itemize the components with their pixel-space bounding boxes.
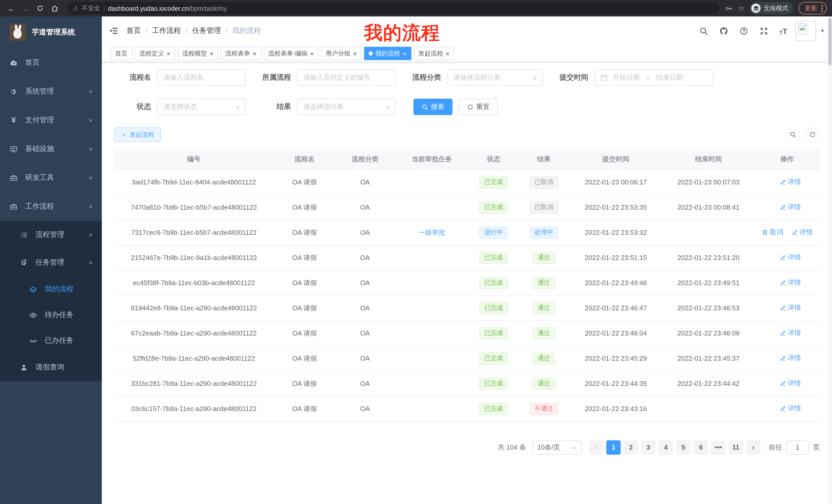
page-number-button[interactable]: 11 <box>729 440 743 454</box>
bookmark-star-icon[interactable]: ☆ <box>738 4 745 12</box>
create-process-button[interactable]: ＋ 发起流程 <box>114 128 161 142</box>
fullscreen-icon[interactable] <box>759 26 769 35</box>
cell-category: OA <box>336 346 395 371</box>
tags-view-tab[interactable]: 用户分组 × <box>321 47 362 60</box>
sidebar-item-leave-query[interactable]: 请假查询 <box>0 354 102 381</box>
search-icon[interactable] <box>699 26 709 35</box>
close-icon[interactable]: × <box>310 50 314 57</box>
sidebar-item-process-mgmt[interactable]: 流程管理 ∨ <box>0 221 102 249</box>
category-select[interactable]: 请选择流程分类∨ <box>447 69 543 86</box>
back-icon[interactable]: ← <box>5 2 18 15</box>
cell-end-time: 2022-01-22 23:46:53 <box>662 296 755 320</box>
scrollbar-thumb[interactable] <box>828 18 831 65</box>
detail-link[interactable]: 详情 <box>780 278 801 287</box>
font-size-icon[interactable]: TT <box>780 26 787 35</box>
page-number-button[interactable]: 3 <box>641 440 656 454</box>
page-content: 流程名 请输入流程名 所属流程 请输入流程定义的编号 流程分类 请选择流程分类∨… <box>102 62 832 504</box>
sidebar-item-payment[interactable]: ¥ 支付管理 ∨ <box>0 106 102 135</box>
breadcrumb-home[interactable]: 首页 <box>127 26 141 35</box>
date-end-placeholder[interactable]: 结束日期 <box>656 73 683 82</box>
breadcrumb-workflow[interactable]: 工作流程 <box>152 26 181 35</box>
detail-link[interactable]: 详情 <box>780 379 801 388</box>
chrome-update-button[interactable]: 更新 <box>799 2 827 15</box>
close-icon[interactable]: × <box>253 50 256 57</box>
parent-process-input[interactable]: 请输入流程定义的编号 <box>297 69 396 86</box>
close-icon[interactable]: × <box>402 50 407 57</box>
table-row: 7317cec6-7b9b-11ec-b5b7-acde48001122 OA … <box>114 220 820 245</box>
browser-menu-icon[interactable] <box>821 5 823 11</box>
tags-view-tab[interactable]: 流程表单-编辑 × <box>264 47 318 60</box>
sidebar-item-infra[interactable]: 基础设施 ∨ <box>0 135 102 163</box>
gear-icon <box>9 88 18 95</box>
table-search-toggle-button[interactable] <box>786 128 800 142</box>
reset-button[interactable]: 重置 <box>459 99 498 115</box>
tags-view-tab[interactable]: 首页 × <box>110 47 132 60</box>
detail-link[interactable]: 详情 <box>780 404 801 413</box>
avatar[interactable] <box>796 21 816 41</box>
page-number-button[interactable]: 1 <box>606 440 621 454</box>
tags-view-tab[interactable]: 流程定义 × <box>135 47 175 60</box>
page-scrollbar[interactable] <box>828 17 832 504</box>
result-select[interactable]: 请选择流结果∨ <box>297 99 396 115</box>
tags-view-tab[interactable]: 发起流程 × <box>414 47 454 60</box>
home-icon[interactable] <box>48 2 61 15</box>
github-icon[interactable] <box>719 26 729 35</box>
detail-link[interactable]: 详情 <box>780 253 801 262</box>
page-url[interactable]: dashboard.yudao.iocoder.cn/bpm/task/my <box>108 4 227 13</box>
sidebar-item-system[interactable]: 系统管理 ∨ <box>0 77 102 106</box>
sidebar-item-done-tasks[interactable]: 已办任务 <box>0 328 102 354</box>
status-badge: 已完成 <box>479 352 508 365</box>
detail-link[interactable]: 详情 <box>780 303 801 313</box>
close-icon[interactable]: × <box>166 50 171 57</box>
forward-icon[interactable]: → <box>20 2 32 15</box>
page-number-button[interactable]: 4 <box>659 440 673 454</box>
tags-view-tab[interactable]: 我的流程 × <box>364 47 411 60</box>
table-tools <box>786 128 820 142</box>
address-bar[interactable]: ⚠ 不安全 dashboard.yudao.iocoder.cn/bpm/tas… <box>67 2 719 15</box>
col-end-time: 结束时间 <box>662 149 755 170</box>
close-icon[interactable]: × <box>353 50 357 57</box>
avatar-caret-icon[interactable]: ▼ <box>820 28 825 33</box>
cell-actions: 详情 <box>755 396 820 421</box>
cancel-link[interactable]: 取消 <box>761 228 783 237</box>
sidebar-item-todo-tasks[interactable]: 待办任务 <box>0 302 102 328</box>
sidebar-item-my-process[interactable]: 我的流程 <box>0 276 102 302</box>
security-label[interactable]: 不安全 <box>82 4 100 12</box>
close-icon[interactable]: × <box>446 50 449 57</box>
help-icon[interactable] <box>739 26 749 35</box>
col-category: 流程分类 <box>336 149 395 170</box>
page-number-button[interactable]: 5 <box>676 440 691 454</box>
goto-page-input[interactable]: 1 <box>786 440 809 454</box>
tags-view-tab[interactable]: 流程模型 × <box>178 47 218 60</box>
security-warning-icon[interactable]: ⚠ <box>73 5 78 11</box>
status-select[interactable]: 请选择状态∨ <box>157 99 246 115</box>
prev-page-button[interactable]: ‹ <box>589 440 603 454</box>
sidebar-item-workflow[interactable]: 工作流程 ∧ <box>0 192 102 221</box>
sidebar-item-task-mgmt[interactable]: 任务管理 ∧ <box>0 249 102 276</box>
sidebar-collapse-icon[interactable] <box>106 23 121 38</box>
sidebar-item-home[interactable]: 首页 <box>0 48 102 77</box>
detail-link[interactable]: 详情 <box>780 203 801 212</box>
reload-icon[interactable] <box>34 2 46 15</box>
breadcrumb-task-mgmt[interactable]: 任务管理 <box>192 26 221 35</box>
app-logo-row[interactable]: 芋道管理系统 <box>0 17 102 48</box>
tags-view-tab[interactable]: 流程表单 × <box>220 47 261 60</box>
detail-link[interactable]: 详情 <box>780 354 801 363</box>
process-name-input[interactable]: 请输入流程名 <box>157 69 246 86</box>
next-page-button[interactable]: › <box>746 440 760 454</box>
page-number-button[interactable]: 2 <box>624 440 638 454</box>
close-icon[interactable]: × <box>210 50 213 57</box>
password-key-icon[interactable] <box>725 4 733 12</box>
table-refresh-button[interactable] <box>805 128 820 142</box>
page-number-button[interactable]: 6 <box>694 440 708 454</box>
search-button[interactable]: 搜索 <box>413 99 452 115</box>
date-start-placeholder[interactable]: 开始日期 <box>613 73 640 82</box>
detail-link[interactable]: 详情 <box>780 329 801 338</box>
sidebar-item-devtools[interactable]: 研发工具 ∨ <box>0 163 102 192</box>
date-range-input[interactable]: 开始日期 - 结束日期 <box>594 69 713 86</box>
current-task-link[interactable]: 一级审批 <box>419 228 445 236</box>
detail-link[interactable]: 详情 <box>791 228 813 237</box>
page-size-select[interactable]: 10条/页 ∨ <box>532 440 581 454</box>
detail-link[interactable]: 详情 <box>780 177 801 187</box>
page-number-button[interactable]: ••• <box>711 440 726 454</box>
